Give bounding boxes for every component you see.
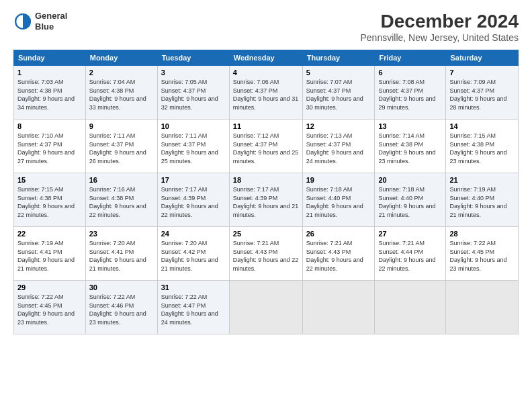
calendar-cell: 9Sunrise: 7:11 AMSunset: 4:37 PMDaylight… [85,120,157,173]
day-number: 22 [17,230,82,238]
day-info: Sunrise: 7:21 AMSunset: 4:44 PMDaylight:… [378,239,442,273]
day-info: Sunrise: 7:20 AMSunset: 4:42 PMDaylight:… [161,239,226,273]
col-sunday: Sunday [14,50,86,66]
calendar-cell [229,281,302,334]
day-info: Sunrise: 7:19 AMSunset: 4:41 PMDaylight:… [17,239,82,273]
col-thursday: Thursday [302,50,375,66]
calendar-cell: 8Sunrise: 7:10 AMSunset: 4:37 PMDaylight… [14,120,86,173]
day-info: Sunrise: 7:17 AMSunset: 4:39 PMDaylight:… [233,185,299,219]
calendar-cell: 30Sunrise: 7:22 AMSunset: 4:46 PMDayligh… [85,281,157,334]
day-number: 5 [306,68,371,77]
calendar-cell: 11Sunrise: 7:12 AMSunset: 4:37 PMDayligh… [229,120,302,173]
subtitle: Pennsville, New Jersey, United States [360,32,519,43]
day-number: 23 [89,230,154,238]
calendar-cell: 26Sunrise: 7:21 AMSunset: 4:43 PMDayligh… [302,227,375,281]
day-info: Sunrise: 7:04 AMSunset: 4:38 PMDaylight:… [89,78,154,111]
day-number: 15 [17,176,82,184]
calendar-cell [302,281,375,334]
calendar-cell: 12Sunrise: 7:13 AMSunset: 4:37 PMDayligh… [302,120,375,173]
col-friday: Friday [375,50,446,66]
day-number: 21 [449,176,515,184]
calendar-cell: 17Sunrise: 7:17 AMSunset: 4:39 PMDayligh… [157,173,229,227]
logo: General Blue [13,11,67,32]
day-info: Sunrise: 7:10 AMSunset: 4:37 PMDaylight:… [17,132,82,165]
day-info: Sunrise: 7:21 AMSunset: 4:43 PMDaylight:… [306,239,371,273]
calendar-cell: 15Sunrise: 7:15 AMSunset: 4:38 PMDayligh… [14,173,86,227]
day-number: 8 [17,122,82,130]
day-info: Sunrise: 7:22 AMSunset: 4:45 PMDaylight:… [17,293,82,326]
day-info: Sunrise: 7:22 AMSunset: 4:46 PMDaylight:… [89,293,154,326]
day-number: 16 [89,176,154,184]
day-info: Sunrise: 7:14 AMSunset: 4:38 PMDaylight:… [378,132,442,165]
day-number: 12 [306,122,371,130]
calendar-cell: 1Sunrise: 7:03 AMSunset: 4:38 PMDaylight… [14,66,86,120]
calendar-cell: 23Sunrise: 7:20 AMSunset: 4:41 PMDayligh… [85,227,157,281]
day-info: Sunrise: 7:20 AMSunset: 4:41 PMDaylight:… [89,239,154,273]
day-number: 30 [89,283,154,291]
day-number: 29 [17,283,82,291]
day-info: Sunrise: 7:12 AMSunset: 4:37 PMDaylight:… [233,132,299,165]
header: General Blue December 2024 Pennsville, N… [13,11,519,43]
week-row-5: 29Sunrise: 7:22 AMSunset: 4:45 PMDayligh… [14,281,519,334]
calendar-cell: 2Sunrise: 7:04 AMSunset: 4:38 PMDaylight… [85,66,157,120]
day-info: Sunrise: 7:03 AMSunset: 4:38 PMDaylight:… [17,78,82,111]
calendar-cell: 13Sunrise: 7:14 AMSunset: 4:38 PMDayligh… [375,120,446,173]
day-info: Sunrise: 7:11 AMSunset: 4:37 PMDaylight:… [89,132,154,165]
day-number: 9 [89,122,154,130]
day-number: 6 [378,68,442,77]
day-info: Sunrise: 7:08 AMSunset: 4:37 PMDaylight:… [378,78,442,111]
calendar-cell: 14Sunrise: 7:15 AMSunset: 4:38 PMDayligh… [446,120,519,173]
week-row-4: 22Sunrise: 7:19 AMSunset: 4:41 PMDayligh… [14,227,519,281]
calendar-cell: 7Sunrise: 7:09 AMSunset: 4:37 PMDaylight… [446,66,519,120]
day-info: Sunrise: 7:09 AMSunset: 4:37 PMDaylight:… [449,78,515,111]
calendar-cell: 3Sunrise: 7:05 AMSunset: 4:37 PMDaylight… [157,66,229,120]
calendar-cell: 16Sunrise: 7:16 AMSunset: 4:38 PMDayligh… [85,173,157,227]
calendar-cell: 18Sunrise: 7:17 AMSunset: 4:39 PMDayligh… [229,173,302,227]
week-row-1: 1Sunrise: 7:03 AMSunset: 4:38 PMDaylight… [14,66,519,120]
calendar-cell: 6Sunrise: 7:08 AMSunset: 4:37 PMDaylight… [375,66,446,120]
day-number: 17 [161,176,226,184]
day-number: 24 [161,230,226,238]
day-info: Sunrise: 7:21 AMSunset: 4:43 PMDaylight:… [233,239,299,273]
day-info: Sunrise: 7:05 AMSunset: 4:37 PMDaylight:… [161,78,226,111]
day-number: 3 [161,68,226,77]
day-info: Sunrise: 7:22 AMSunset: 4:45 PMDaylight:… [449,239,515,273]
calendar-cell: 20Sunrise: 7:18 AMSunset: 4:40 PMDayligh… [375,173,446,227]
calendar-cell: 28Sunrise: 7:22 AMSunset: 4:45 PMDayligh… [446,227,519,281]
title-section: December 2024 Pennsville, New Jersey, Un… [360,11,519,43]
day-number: 10 [161,122,226,130]
day-number: 7 [449,68,515,77]
day-number: 25 [233,230,299,238]
calendar-cell: 4Sunrise: 7:06 AMSunset: 4:37 PMDaylight… [229,66,302,120]
calendar-cell: 25Sunrise: 7:21 AMSunset: 4:43 PMDayligh… [229,227,302,281]
calendar-page: General Blue December 2024 Pennsville, N… [0,0,532,411]
day-number: 26 [306,230,371,238]
day-number: 31 [161,283,226,291]
day-number: 18 [233,176,299,184]
day-number: 11 [233,122,299,130]
calendar-cell: 24Sunrise: 7:20 AMSunset: 4:42 PMDayligh… [157,227,229,281]
col-tuesday: Tuesday [157,50,229,66]
calendar-cell: 10Sunrise: 7:11 AMSunset: 4:37 PMDayligh… [157,120,229,173]
day-number: 20 [378,176,442,184]
day-number: 13 [378,122,442,130]
day-info: Sunrise: 7:18 AMSunset: 4:40 PMDaylight:… [378,185,442,219]
day-info: Sunrise: 7:18 AMSunset: 4:40 PMDaylight:… [306,185,371,219]
day-info: Sunrise: 7:15 AMSunset: 4:38 PMDaylight:… [17,185,82,219]
day-number: 27 [378,230,442,238]
day-info: Sunrise: 7:19 AMSunset: 4:40 PMDaylight:… [449,185,515,219]
calendar-cell: 21Sunrise: 7:19 AMSunset: 4:40 PMDayligh… [446,173,519,227]
main-title: December 2024 [360,11,519,32]
calendar-cell [446,281,519,334]
day-info: Sunrise: 7:16 AMSunset: 4:38 PMDaylight:… [89,185,154,219]
col-monday: Monday [85,50,157,66]
week-row-2: 8Sunrise: 7:10 AMSunset: 4:37 PMDaylight… [14,120,519,173]
day-number: 19 [306,176,371,184]
day-number: 1 [17,68,82,77]
col-saturday: Saturday [446,50,519,66]
day-info: Sunrise: 7:11 AMSunset: 4:37 PMDaylight:… [161,132,226,165]
day-info: Sunrise: 7:15 AMSunset: 4:38 PMDaylight:… [449,132,515,165]
calendar-cell: 5Sunrise: 7:07 AMSunset: 4:37 PMDaylight… [302,66,375,120]
logo-icon [13,12,32,31]
calendar-cell: 29Sunrise: 7:22 AMSunset: 4:45 PMDayligh… [14,281,86,334]
